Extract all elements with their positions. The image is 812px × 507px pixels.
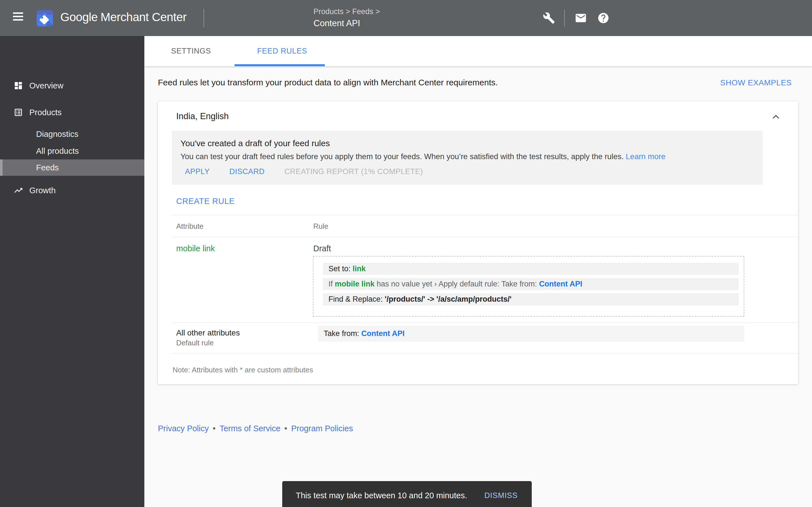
- create-rule-button[interactable]: CREATE RULE: [176, 196, 235, 206]
- divider: [172, 353, 798, 354]
- breadcrumb: Products > Feeds > Content API: [313, 7, 380, 29]
- brand-title: GoogleMerchant Center: [60, 10, 187, 24]
- collapse-card-button[interactable]: [769, 110, 782, 123]
- draft-banner-body: You can test your draft feed rules befor…: [181, 152, 754, 161]
- draft-banner: You've created a draft of your feed rule…: [172, 131, 763, 185]
- sidebar-item-label: All products: [36, 147, 79, 156]
- tab-bar: SETTINGS FEED RULES: [144, 36, 812, 66]
- default-rule-value[interactable]: Take from: Content API: [318, 326, 744, 342]
- dismiss-button[interactable]: DISMISS: [485, 491, 518, 500]
- draft-banner-text: You can test your draft feed rules befor…: [181, 152, 626, 161]
- hamburger-menu-icon[interactable]: [13, 12, 27, 24]
- chevron-up-icon: [769, 110, 782, 123]
- all-other-attributes-label: All other attributes: [176, 328, 240, 337]
- custom-attributes-note: Note: Attributes with * are custom attri…: [172, 365, 313, 374]
- terms-of-service-link[interactable]: Terms of Service: [220, 424, 281, 433]
- rule-set-to-value: link: [353, 265, 366, 273]
- take-from-label: Take from:: [324, 329, 361, 338]
- sidebar-item-label: Overview: [29, 81, 63, 91]
- sidebar-item-label: Feeds: [36, 163, 59, 172]
- sidebar-item-growth[interactable]: Growth: [0, 180, 144, 201]
- draft-banner-actions: APPLY DISCARD CREATING REPORT (1% COMPLE…: [185, 167, 423, 176]
- header-divider: [204, 9, 204, 27]
- feed-rules-description: Feed rules let you transform your produc…: [158, 78, 498, 87]
- footer-separator: •: [285, 424, 287, 433]
- sidebar-item-products[interactable]: Products: [0, 102, 144, 122]
- privacy-policy-link[interactable]: Privacy Policy: [158, 424, 209, 433]
- rule-find-replace[interactable]: Find & Replace: '/products/' -> '/a/sc/a…: [323, 293, 739, 305]
- program-policies-link[interactable]: Program Policies: [291, 424, 353, 433]
- tab-feed-rules[interactable]: FEED RULES: [257, 36, 307, 66]
- sidebar-item-all-products[interactable]: All products: [0, 143, 144, 159]
- feed-title: India, English: [176, 111, 229, 121]
- sidebar-item-feeds-selected[interactable]: Feeds: [0, 159, 144, 176]
- active-tab-underline: [235, 64, 325, 66]
- brand-google: Google: [60, 10, 98, 24]
- toast-snackbar: This test may take between 10 and 20 min…: [282, 481, 532, 507]
- breadcrumb-current: Content API: [313, 18, 380, 29]
- header-icons-divider: [564, 10, 565, 26]
- footer-links: Privacy Policy•Terms of Service•Program …: [158, 424, 353, 433]
- column-header-rule: Rule: [313, 222, 328, 231]
- draft-banner-title: You've created a draft of your feed rule…: [181, 138, 754, 148]
- learn-more-link[interactable]: Learn more: [626, 152, 666, 161]
- dashboard-icon: [13, 81, 23, 91]
- merchant-center-logo-icon: [37, 10, 53, 26]
- creating-report-status: CREATING REPORT (1% COMPLETE): [285, 167, 423, 176]
- attribute-mobile-link[interactable]: mobile link: [176, 244, 215, 253]
- rule-set-to[interactable]: Set to: link: [323, 263, 739, 275]
- rule-find-replace-value: '/products/' -> '/a/sc/amp/products/': [385, 295, 512, 303]
- column-header-attribute: Attribute: [176, 222, 204, 231]
- sidebar-item-overview[interactable]: Overview: [0, 75, 144, 96]
- take-from-source: Content API: [361, 329, 405, 338]
- merchant-center-app: GoogleMerchant Center Products > Feeds >…: [0, 0, 812, 507]
- toast-message: This test may take between 10 and 20 min…: [296, 491, 467, 500]
- rule-default-prefix: If: [328, 280, 335, 288]
- draft-rules-box: Set to: link If mobile link has no value…: [313, 256, 744, 317]
- rule-find-replace-label: Find & Replace:: [328, 295, 385, 303]
- discard-button[interactable]: DISCARD: [230, 167, 265, 176]
- feed-rules-card: India, English You've created a draft of…: [158, 101, 798, 385]
- sidebar-item-label: Products: [29, 108, 61, 117]
- trending-up-icon: [13, 186, 23, 195]
- sidebar-item-label: Diagnostics: [36, 129, 79, 139]
- brand-merchant-center: Merchant Center: [100, 10, 186, 24]
- rule-default-source: Content API: [539, 280, 582, 288]
- rule-default-attribute: mobile link: [335, 280, 375, 288]
- mail-icon[interactable]: [574, 12, 587, 24]
- default-rule-label: Default rule: [176, 339, 214, 347]
- rule-state-draft: Draft: [313, 244, 331, 253]
- tab-settings[interactable]: SETTINGS: [171, 36, 211, 66]
- rule-default[interactable]: If mobile link has no value yet › Apply …: [323, 278, 739, 290]
- intro-row: Feed rules let you transform your produc…: [144, 74, 812, 90]
- sidebar-item-label: Growth: [29, 186, 56, 195]
- rule-default-middle: has no value yet › Apply default rule: T…: [375, 280, 539, 288]
- show-examples-button[interactable]: SHOW EXAMPLES: [720, 78, 792, 87]
- sidebar-item-diagnostics[interactable]: Diagnostics: [0, 126, 144, 143]
- breadcrumb-trail[interactable]: Products > Feeds >: [313, 7, 380, 16]
- rule-set-to-label: Set to:: [328, 265, 353, 273]
- apply-button[interactable]: APPLY: [185, 167, 210, 176]
- app-header: GoogleMerchant Center Products > Feeds >…: [0, 0, 812, 36]
- list-icon: [13, 108, 23, 117]
- divider: [172, 323, 798, 323]
- sidebar-nav: Overview Products Diagnostics All produc…: [0, 36, 144, 507]
- tools-wrench-icon[interactable]: [543, 12, 555, 24]
- help-icon[interactable]: [597, 12, 610, 24]
- divider: [172, 215, 798, 215]
- footer-separator: •: [213, 424, 216, 433]
